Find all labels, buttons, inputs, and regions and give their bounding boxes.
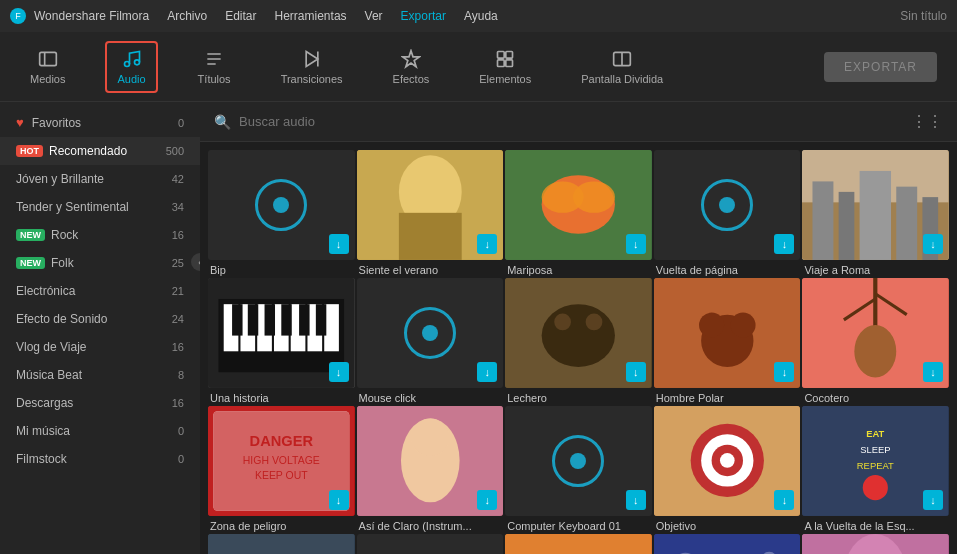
titlebar: F Wondershare Filmora Archivo Editar Her…	[0, 0, 957, 32]
svg-point-59	[411, 418, 449, 456]
sidebar-item-joven[interactable]: Jóven y Brillante 42	[0, 165, 200, 193]
download-button-vuelta-esq[interactable]: ↓	[923, 490, 943, 510]
grid-item-bip[interactable]: ↓ Bip	[208, 150, 355, 276]
download-button-objetivo[interactable]: ↓	[774, 490, 794, 510]
window-title: Sin título	[900, 9, 947, 23]
menu-editar[interactable]: Editar	[225, 9, 256, 23]
svg-rect-11	[398, 213, 461, 260]
grid-item-swoosh[interactable]: ↓ Swoosh de transición	[357, 534, 504, 554]
more-options-icon[interactable]: ⋮⋮	[911, 112, 943, 131]
download-button-cocotero[interactable]: ↓	[923, 362, 943, 382]
svg-point-44	[699, 313, 724, 338]
sidebar-item-filmstock[interactable]: Filmstock 0	[0, 445, 200, 473]
grid-item-objetivo[interactable]: ↓ Objetivo	[654, 406, 801, 532]
sidebar-tender-label: Tender y Sentimental	[16, 200, 129, 214]
grid-item-mariposa[interactable]: ↓ Mariposa	[505, 150, 652, 276]
download-button-una-historia[interactable]: ↓	[329, 362, 349, 382]
grid-item-hombre-polar[interactable]: ↓ Hombre Polar	[654, 278, 801, 404]
menu-archivo[interactable]: Archivo	[167, 9, 207, 23]
grid-item-asi-de-claro[interactable]: ↓ Así de Claro (Instrum...	[357, 406, 504, 532]
export-button[interactable]: EXPORTAR	[824, 52, 937, 82]
grid-item-vuelta-pagina[interactable]: ↓ Vuelta de página	[654, 150, 801, 276]
menu-exportar[interactable]: Exportar	[401, 9, 446, 23]
svg-rect-37	[316, 304, 326, 335]
download-button-computer-keyboard[interactable]: ↓	[626, 490, 646, 510]
svg-text:KEEP OUT: KEEP OUT	[255, 470, 308, 481]
grid-item-volver-empezar[interactable]: ↓ Volver a Empezar	[208, 534, 355, 554]
download-button-lechero[interactable]: ↓	[626, 362, 646, 382]
toolbar-efectos[interactable]: Efectos	[383, 43, 440, 91]
thumb-siente-verano: ↓	[357, 150, 504, 260]
sidebar-item-recomendado[interactable]: HOT Recomendado 500	[0, 137, 200, 165]
grid-item-computer-keyboard[interactable]: ↓ Computer Keyboard 01	[505, 406, 652, 532]
grid-item-sala-feliz[interactable]: ↓ Sala Feliz	[505, 534, 652, 554]
disc-icon	[404, 307, 456, 359]
toolbar-medios-label: Medios	[30, 73, 65, 85]
menu-herramientas[interactable]: Herramientas	[275, 9, 347, 23]
download-button-siente-verano[interactable]: ↓	[477, 234, 497, 254]
grid-item-cielo-lagrimas[interactable]: ↓ Cielo de lágrimas	[802, 534, 949, 554]
thumb-mariposa: ↓	[505, 150, 652, 260]
grid-item-mouse-click[interactable]: ↓ Mouse click	[357, 278, 504, 404]
svg-point-50	[855, 325, 897, 377]
grid-item-cocotero[interactable]: ↓ Cocotero	[802, 278, 949, 404]
toolbar-elementos[interactable]: Elementos	[469, 43, 541, 91]
grid-item-lechero[interactable]: ↓ Lechero	[505, 278, 652, 404]
toolbar-pantalla-dividida[interactable]: Pantalla Dividida	[571, 43, 673, 91]
grid-item-siente-verano[interactable]: ↓ Siente el verano	[357, 150, 504, 276]
thumb-vuelta-esq: EATSLEEPREPEAT ↓	[802, 406, 949, 516]
sidebar-item-rock[interactable]: NEW Rock 16	[0, 221, 200, 249]
sidebar-item-folk[interactable]: NEW Folk 25	[0, 249, 200, 277]
sidebar-descargas-count: 16	[172, 397, 184, 409]
download-button-hombre-polar[interactable]: ↓	[774, 362, 794, 382]
sidebar-item-favoritos[interactable]: ♥ Favoritos 0	[0, 108, 200, 137]
toolbar-medios[interactable]: Medios	[20, 43, 75, 91]
svg-rect-0	[39, 52, 56, 65]
menu-bar: Archivo Editar Herramientas Ver Exportar…	[167, 9, 498, 23]
svg-point-39	[542, 304, 615, 367]
svg-rect-78	[654, 534, 801, 554]
toolbar-transiciones[interactable]: Transiciones	[271, 43, 353, 91]
item-label-siente-verano: Siente el verano	[357, 264, 504, 276]
audio-grid: ↓ Bip ↓ Siente el verano ↓ Mariposa ↓ Vu…	[200, 142, 957, 554]
sidebar-item-musica-beat[interactable]: Música Beat 8	[0, 361, 200, 389]
menu-ayuda[interactable]: Ayuda	[464, 9, 498, 23]
grid-item-viaje-roma[interactable]: ↓ Viaje a Roma	[802, 150, 949, 276]
download-button-viaje-roma[interactable]: ↓	[923, 234, 943, 254]
search-icon: 🔍	[214, 114, 231, 130]
toolbar-audio[interactable]: Audio	[105, 41, 157, 93]
download-button-mouse-click[interactable]: ↓	[477, 362, 497, 382]
download-button-vuelta-pagina[interactable]: ↓	[774, 234, 794, 254]
grid-item-vuelta-esq[interactable]: EATSLEEPREPEAT ↓ A la Vuelta de la Esq..…	[802, 406, 949, 532]
item-label-bip: Bip	[208, 264, 355, 276]
sidebar-electronica-label: Electrónica	[16, 284, 75, 298]
main-area: ♥ Favoritos 0 HOT Recomendado 500 Jóven …	[0, 102, 957, 554]
svg-text:SLEEP: SLEEP	[861, 444, 891, 455]
new-badge-rock: NEW	[16, 229, 45, 241]
sidebar-item-mi-musica[interactable]: Mi música 0	[0, 417, 200, 445]
download-button-bip[interactable]: ↓	[329, 234, 349, 254]
grid-item-version-instrum[interactable]: ↓ 45 - Versión Instrum...	[654, 534, 801, 554]
search-input[interactable]	[239, 114, 903, 129]
svg-marker-3	[306, 51, 318, 66]
toolbar-titulos[interactable]: Títulos	[188, 43, 241, 91]
svg-point-40	[554, 314, 571, 331]
download-button-asi-de-claro[interactable]: ↓	[477, 490, 497, 510]
sidebar-item-electronica[interactable]: Electrónica 21	[0, 277, 200, 305]
sidebar-favoritos-label: Favoritos	[32, 116, 81, 130]
sidebar-folk-count: 25	[172, 257, 184, 269]
download-button-mariposa[interactable]: ↓	[626, 234, 646, 254]
svg-point-15	[573, 181, 615, 212]
sidebar-joven-label: Jóven y Brillante	[16, 172, 104, 186]
sidebar-item-vlog[interactable]: Vlog de Viaje 16	[0, 333, 200, 361]
menu-ver[interactable]: Ver	[365, 9, 383, 23]
sidebar-item-tender[interactable]: Tender y Sentimental 34	[0, 193, 200, 221]
download-button-zona-peligro[interactable]: ↓	[329, 490, 349, 510]
sidebar-item-efecto-sonido[interactable]: Efecto de Sonido 24	[0, 305, 200, 333]
sidebar-item-descargas[interactable]: Descargas 16	[0, 389, 200, 417]
svg-point-1	[124, 61, 129, 66]
sidebar-joven-count: 42	[172, 173, 184, 185]
svg-rect-20	[860, 171, 891, 260]
grid-item-zona-peligro[interactable]: DANGERHIGH VOLTAGEKEEP OUT ↓ Zona de pel…	[208, 406, 355, 532]
grid-item-una-historia[interactable]: ↓ Una historia	[208, 278, 355, 404]
